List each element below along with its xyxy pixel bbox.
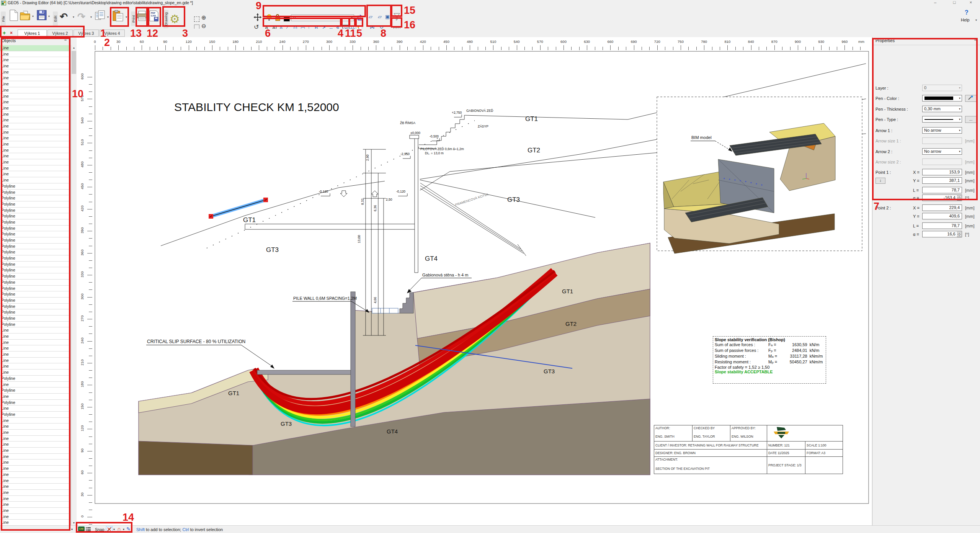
object-list-item[interactable]: Line [0,147,70,154]
object-list-item[interactable]: Polyline [0,226,70,232]
object-list-item[interactable]: Polyline [0,213,70,219]
object-list-item[interactable]: Line [0,430,70,436]
zoom-selection-icon[interactable] [194,16,199,22]
object-list-item[interactable]: Polyline [0,309,70,316]
object-list-item[interactable]: Line [0,423,70,430]
scroll-up-icon[interactable]: ▲ [71,45,77,50]
new-file-icon[interactable] [9,10,18,21]
objects-scrollbar[interactable]: ▲ ▼ [71,45,77,525]
file-menu[interactable]: File [1,11,6,26]
object-list-item[interactable]: Line [0,334,70,340]
copy-move-icon[interactable]: ▱ [369,14,372,20]
object-list-item[interactable]: Line [0,81,70,87]
open-file-icon[interactable] [20,10,31,21]
redo-icon[interactable]: ↷ [77,11,85,22]
point1-l-input[interactable]: 78,7 [922,187,962,193]
object-list-item[interactable]: Line [0,454,70,460]
spin-down-icon[interactable]: ▼ [957,234,961,237]
object-list-item[interactable]: Line [0,45,70,51]
pen-status-icon[interactable]: ✎ [126,526,131,532]
magnet-icon[interactable]: ∩ [117,526,121,532]
close-sheet-button[interactable]: × [10,30,13,36]
object-list-item[interactable]: Line [0,466,70,472]
object-list-item[interactable]: Line [0,370,70,376]
object-list-item[interactable]: Line [0,87,70,93]
object-list-item[interactable]: Polyline [0,201,70,208]
object-list-item[interactable]: Polyline [0,195,70,201]
object-list-item[interactable]: Line [0,99,70,105]
object-list-item[interactable]: Polyline [0,400,70,406]
redo-dropdown[interactable]: ▾ [90,15,92,19]
scroll-down-icon[interactable]: ▼ [71,520,77,525]
arrow2-select[interactable]: No arrow▾ [922,148,962,155]
object-list-item[interactable]: Polyline [0,298,70,304]
object-list-item[interactable]: Line [0,508,70,514]
arrow1-select[interactable]: No arrow▾ [922,127,962,134]
object-list-item[interactable]: Line [0,177,70,183]
point2-y-input[interactable]: 409,6 [922,213,962,219]
object-list-item[interactable]: Line [0,165,70,172]
object-list-item[interactable]: Line [0,490,70,496]
object-list-item[interactable]: Polyline [0,255,70,262]
point2-a-input[interactable]: 16,6 ▲ ▼ [922,231,962,237]
object-list-item[interactable]: Polyline [0,291,70,298]
copy-dropdown[interactable]: ▾ [107,15,109,19]
object-list-item[interactable]: Polyline [0,231,70,237]
object-list-item[interactable]: Polyline [0,286,70,292]
pen-thickness-select[interactable]: 0,30 mm▾ [922,106,962,112]
object-list-item[interactable]: Line [0,405,70,412]
export-pdf-cad-icon[interactable]: PDF CAD [149,10,160,21]
object-list-item[interactable]: Polyline [0,244,70,250]
print-menu[interactable]: Print [131,11,136,26]
object-list-item[interactable]: Polyline [0,183,70,190]
snap-dropdown[interactable]: ▾ [113,528,115,531]
copy-rotate-icon[interactable]: ▱ [378,14,382,20]
object-list-item[interactable]: Line [0,502,70,508]
objects-collapse-icon[interactable]: – [64,38,67,42]
object-list-item[interactable]: Polyline [0,208,70,214]
object-list-item[interactable]: Polyline [0,387,70,394]
zoom-in-icon[interactable]: ⊕ [201,14,206,21]
object-list-item[interactable]: Line [0,69,70,75]
help-dropdown[interactable]: ▾ [975,18,977,22]
object-list-item[interactable]: Polyline [0,267,70,273]
object-list-item[interactable]: Line [0,159,70,165]
sheet-tab-2[interactable]: Výkres 2 [47,29,73,37]
scrollbar-thumb[interactable] [72,51,76,74]
layer-color-swatch[interactable] [284,16,290,21]
open-dropdown[interactable]: ▾ [32,15,34,18]
arrow-size1-input[interactable] [922,137,962,144]
pan-view-icon[interactable] [254,13,261,21]
object-list-item[interactable]: Line [0,51,70,57]
object-list-item[interactable]: Line [0,436,70,442]
pen-color-picker-button[interactable] [965,95,977,102]
minimize-button[interactable]: – [929,0,941,6]
object-list-item[interactable]: Line [0,484,70,490]
object-list-item[interactable]: Line [0,478,70,484]
object-list-item[interactable]: Line [0,382,70,388]
object-list-item[interactable]: Line [0,135,70,141]
pen-type-more-button[interactable]: ... [965,116,977,123]
undo-icon[interactable]: ↶ [60,11,68,22]
paste-dropdown[interactable]: ▾ [126,15,127,19]
object-list-item[interactable]: Polyline [0,237,70,244]
object-list-item[interactable]: Line [0,153,70,159]
sheet-tab-3[interactable]: Výkres 3 [74,29,99,37]
copy-icon[interactable] [95,10,105,21]
object-list-item[interactable]: Line [0,75,70,81]
edit-menu[interactable]: Edit [53,11,58,26]
object-list-item[interactable]: Polyline [0,280,70,286]
layer-combo[interactable]: 0 ▾ [291,15,354,21]
print-icon[interactable] [137,11,147,21]
object-list-item[interactable]: Polyline [0,219,70,226]
object-list-item[interactable]: Line [0,352,70,358]
object-list-item[interactable]: Polyline [0,412,70,418]
layer-lock-icon[interactable] [274,14,281,21]
undo-dropdown[interactable]: ▾ [73,15,74,19]
point2-l-input[interactable]: 78,7 [922,222,962,229]
close-button[interactable]: × [965,0,977,6]
help-icon[interactable]: ? [965,9,969,16]
statusbar-expander-icon[interactable]: ▾ [71,528,73,531]
object-list-item[interactable]: Line [0,441,70,448]
arrow-size2-input[interactable] [922,159,962,165]
